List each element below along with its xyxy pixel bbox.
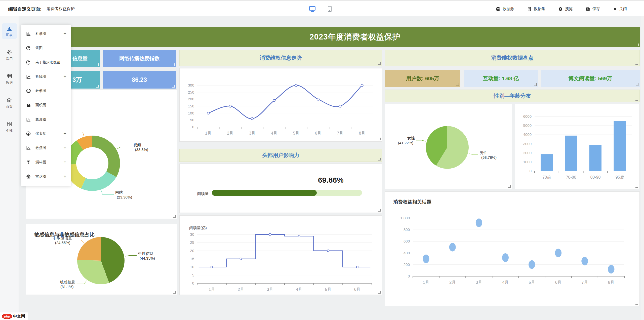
resize-handle[interactable]: [378, 209, 381, 212]
heat-index-header-card[interactable]: 网络传播热度指数: [103, 50, 176, 67]
topics-scatter-chart-card[interactable]: 消费权益相关话题 02004006008001,0001月2月3月4月5月6月7…: [385, 191, 640, 306]
plus-icon[interactable]: +: [63, 31, 66, 37]
sidebar-item-data[interactable]: 数据: [2, 71, 17, 87]
gender-pie-chart-card[interactable]: 男性(58.78%)女性(41.22%): [385, 104, 512, 189]
table-icon: [6, 73, 12, 79]
resize-handle[interactable]: [96, 63, 99, 66]
dataset-icon: [527, 7, 532, 11]
plus-icon[interactable]: +: [63, 131, 66, 137]
resize-handle[interactable]: [635, 302, 638, 305]
menu-item-pie-chart[interactable]: 饼图 +: [21, 42, 71, 54]
resize-handle[interactable]: [172, 63, 175, 66]
menu-item-column-chart[interactable]: 柱形图 +: [21, 28, 71, 39]
resize-handle[interactable]: [635, 185, 638, 188]
resize-handle[interactable]: [378, 291, 381, 294]
svg-text:2月: 2月: [238, 287, 244, 292]
svg-text:10: 10: [190, 265, 194, 269]
media-info-value: 3万: [72, 76, 82, 84]
resize-handle[interactable]: [378, 138, 381, 140]
heat-index-value-card[interactable]: 86.23: [103, 71, 176, 89]
dashboard-canvas: 2023年度消费者权益保护 信息量 3万 网络传播热度指数 86.23 消费维权…: [19, 16, 644, 320]
reading-step-chart-card[interactable]: 阅读量(亿) 0510152025301月2月3月4月5月6月: [179, 215, 382, 295]
banner-title: 2023年度消费者权益保护: [310, 32, 400, 42]
resize-handle[interactable]: [456, 83, 459, 86]
vertical-scrollbar[interactable]: [641, 16, 644, 320]
gender-age-header-card[interactable]: 性别—年龄分布: [385, 90, 640, 102]
menu-item-rose-chart[interactable]: 南丁格尔玫瑰图 +: [21, 57, 71, 68]
inventory-header-card[interactable]: 消费维权数据盘点: [385, 50, 640, 66]
dashboard-banner[interactable]: 2023年度消费者权益保护: [70, 27, 640, 47]
age-bar-chart-card[interactable]: 010002000300040005000600070前70-8080-9095…: [515, 104, 640, 189]
menu-item-radar-chart[interactable]: 雷达图 +: [21, 171, 71, 182]
influence-header-card[interactable]: 头部用户影响力: [179, 149, 382, 162]
preview-button[interactable]: 预览: [558, 7, 573, 11]
sidebar-item-custom[interactable]: 个性: [2, 119, 17, 134]
influence-percent: 69.86%: [318, 176, 344, 184]
resize-handle[interactable]: [172, 85, 175, 88]
menu-item-line-chart[interactable]: 折线图 +: [21, 71, 71, 83]
svg-text:1000: 1000: [523, 160, 532, 164]
home-icon: [6, 97, 12, 103]
menu-item-ring-chart[interactable]: 环形图 +: [21, 85, 71, 97]
resize-handle[interactable]: [173, 291, 176, 294]
influence-progress-card[interactable]: 69.86% 阅读量: [179, 164, 382, 213]
datasource-button[interactable]: 数据源: [496, 7, 514, 11]
menu-item-gauge-chart[interactable]: 仪表盘 +: [21, 128, 71, 139]
sidebar-item-common[interactable]: 常用: [2, 47, 17, 63]
phone-icon: [327, 6, 332, 12]
trend-line-chart-card[interactable]: 0501001502002503001月2月3月4月5月6月7月8月: [179, 68, 382, 142]
mobile-view-button[interactable]: [327, 6, 332, 12]
sidebar: 图表 常用 数据 首页 个性: [0, 16, 19, 320]
resize-handle[interactable]: [534, 83, 537, 86]
dataset-button[interactable]: 数据集: [527, 7, 545, 11]
reads-stat-card[interactable]: 博文阅读量: 569万: [541, 70, 640, 87]
influence-header-title: 头部用户影响力: [262, 152, 299, 159]
sidebar-item-home[interactable]: 首页: [2, 95, 17, 110]
users-stat-card[interactable]: 用户数: 605万: [385, 70, 460, 87]
interactions-stat-card[interactable]: 互动量: 1.68 亿: [464, 70, 538, 87]
svg-text:(31.1%): (31.1%): [60, 285, 74, 289]
svg-text:视频: 视频: [134, 143, 141, 147]
resize-handle[interactable]: [173, 215, 176, 218]
menu-item-scatter-chart[interactable]: 散点图 +: [21, 142, 71, 154]
resize-handle[interactable]: [508, 185, 511, 188]
media-info-header: 信息量: [72, 55, 88, 62]
resize-handle[interactable]: [635, 98, 638, 101]
trend-header-card[interactable]: 消费维权信息走势: [179, 50, 382, 66]
bar-chart-icon: [26, 31, 31, 36]
resize-handle[interactable]: [378, 158, 381, 161]
reads-stat-label: 博文阅读量: 569万: [569, 75, 612, 82]
resize-handle[interactable]: [96, 85, 99, 88]
sidebar-item-label: 常用: [6, 57, 13, 61]
resize-handle[interactable]: [636, 44, 639, 46]
save-icon: [586, 7, 590, 11]
svg-text:70-80: 70-80: [566, 175, 576, 179]
resize-handle[interactable]: [635, 62, 638, 65]
ring-chart-icon: [26, 88, 31, 93]
plus-icon[interactable]: +: [63, 174, 66, 179]
sidebar-item-charts[interactable]: 图表: [2, 23, 17, 39]
svg-text:600: 600: [404, 239, 410, 243]
resize-handle[interactable]: [636, 83, 638, 86]
svg-text:男性: 男性: [480, 150, 487, 155]
close-button[interactable]: 关闭: [613, 7, 627, 11]
page-name-input[interactable]: [46, 6, 90, 12]
svg-text:4月: 4月: [502, 280, 508, 285]
desktop-view-button[interactable]: [309, 6, 316, 12]
logo-text: 中文网: [13, 314, 25, 319]
menu-item-pictogram-chart[interactable]: 象形图 +: [21, 114, 71, 125]
svg-text:3000: 3000: [523, 142, 532, 146]
trend-header-title: 消费维权信息走势: [260, 54, 302, 61]
scatter-chart-icon: [26, 145, 31, 150]
save-button[interactable]: 保存: [586, 7, 600, 11]
blocks-icon: [6, 121, 12, 127]
sensitive-pie-chart-card[interactable]: 敏感信息与非敏感信息占比 中性信息(44.35%)敏感信息(31.1%)非敏感信…: [26, 224, 177, 295]
plus-icon[interactable]: +: [63, 74, 66, 79]
progress-fill: [212, 190, 317, 196]
svg-text:1月: 1月: [209, 287, 215, 292]
resize-handle[interactable]: [378, 62, 381, 65]
menu-item-area-chart[interactable]: 面积图 +: [21, 99, 71, 111]
plus-icon[interactable]: +: [63, 159, 66, 165]
menu-item-funnel-chart[interactable]: 漏斗图 +: [21, 156, 71, 168]
plus-icon[interactable]: +: [63, 145, 66, 151]
